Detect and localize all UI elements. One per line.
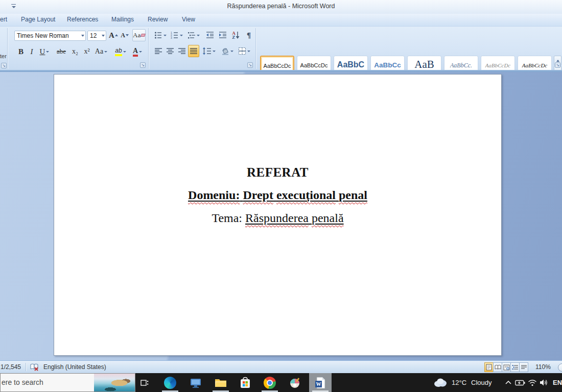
style-sample: AaBbCcDc xyxy=(261,63,293,69)
numbering-button[interactable]: 123 xyxy=(169,30,184,41)
decrease-indent-button[interactable] xyxy=(204,30,216,41)
bold-button[interactable]: B xyxy=(16,46,26,57)
multilevel-dropdown-icon[interactable] xyxy=(197,35,200,36)
font-name-value: Times New Roman xyxy=(17,32,69,39)
wifi-icon[interactable] xyxy=(528,379,537,386)
taskbar-edge-button[interactable] xyxy=(159,373,181,392)
document-page[interactable]: REFERAT Domeniu: Drept execuțional penal… xyxy=(54,74,502,356)
borders-button[interactable] xyxy=(237,45,252,57)
word-count[interactable]: 1/2,545 xyxy=(1,363,21,371)
zoom-out-button-partial[interactable] xyxy=(558,363,562,372)
font-color-dropdown-icon[interactable] xyxy=(139,51,142,53)
decrease-indent-icon xyxy=(206,31,214,39)
numbering-dropdown-icon[interactable] xyxy=(180,35,183,36)
taskbar-paint-button[interactable] xyxy=(284,373,307,392)
tab-references[interactable]: References xyxy=(67,16,98,26)
justify-icon xyxy=(190,47,198,55)
font-dialog-launcher-icon[interactable]: ↘ xyxy=(140,62,146,68)
clipboard-dialog-launcher-icon[interactable]: ↘ xyxy=(1,63,7,68)
search-highlight-image xyxy=(94,374,135,391)
task-view-button[interactable] xyxy=(133,373,156,392)
outline-view-button[interactable] xyxy=(510,362,520,372)
volume-icon[interactable] xyxy=(540,379,549,386)
underline-dropdown-icon[interactable] xyxy=(46,51,49,53)
fullscreen-reading-view-button[interactable] xyxy=(493,362,502,372)
clear-formatting-button[interactable]: Aa xyxy=(132,29,146,41)
shading-button[interactable] xyxy=(220,45,235,57)
draft-view-button[interactable] xyxy=(519,362,528,372)
paragraph-dialog-launcher-icon[interactable]: ↘ xyxy=(247,62,253,68)
tab-view[interactable]: View xyxy=(182,16,195,26)
doc-word: Răspunderea xyxy=(245,211,309,225)
taskbar-this-pc-button[interactable] xyxy=(184,373,207,392)
justify-button[interactable] xyxy=(188,45,199,57)
align-left-button[interactable] xyxy=(153,45,164,57)
taskbar-store-button[interactable] xyxy=(234,373,256,392)
align-center-button[interactable] xyxy=(165,45,176,57)
sort-button[interactable]: A Z xyxy=(229,30,242,41)
weather-condition[interactable]: Cloudy xyxy=(471,379,491,386)
tab-insert-partial[interactable]: ert xyxy=(0,16,7,26)
taskbar-file-explorer-button[interactable] xyxy=(209,373,232,392)
tab-review[interactable]: Review xyxy=(148,16,168,26)
font-size-combo[interactable]: 12 xyxy=(87,31,106,41)
tray-chevron-up-icon[interactable] xyxy=(505,380,512,385)
taskbar-search-box[interactable]: ere to search xyxy=(0,373,135,392)
font-name-combo[interactable]: Times New Roman xyxy=(14,31,86,41)
title-bar: Răspunderea penală - Microsoft Word xyxy=(0,0,562,14)
shading-dropdown-icon[interactable] xyxy=(230,51,233,52)
text-highlight-button[interactable]: ab xyxy=(112,46,129,57)
underline-button[interactable]: U xyxy=(38,46,51,57)
subscript-button[interactable]: x₂ xyxy=(69,46,81,57)
multilevel-list-button[interactable] xyxy=(185,30,201,41)
web-layout-view-button[interactable] xyxy=(502,362,511,372)
superscript-glyph: x² xyxy=(84,47,89,56)
draft-icon xyxy=(521,364,527,370)
grow-font-button[interactable]: A xyxy=(108,30,119,41)
battery-icon[interactable] xyxy=(515,380,525,386)
change-case-dropdown-icon[interactable] xyxy=(104,51,107,53)
styles-dialog-launcher-icon[interactable]: ↘ xyxy=(555,62,560,68)
font-size-dropdown-icon[interactable] xyxy=(102,35,105,37)
font-color-button[interactable]: A xyxy=(130,46,145,57)
style-sample: AaBbCcDc xyxy=(297,62,331,68)
increase-indent-button[interactable] xyxy=(217,30,228,41)
format-painter-label-partial[interactable]: ter xyxy=(0,53,7,59)
italic-button[interactable]: I xyxy=(28,46,36,57)
line-spacing-button[interactable] xyxy=(201,45,217,57)
line-spacing-icon xyxy=(202,47,212,55)
taskbar-word-button[interactable]: W xyxy=(309,373,332,392)
group-separator xyxy=(7,28,8,69)
doc-line-tema: Tema: Răspunderea penală xyxy=(54,211,501,225)
strikethrough-button[interactable]: abe xyxy=(54,46,68,57)
align-left-icon xyxy=(154,47,162,55)
bullets-dropdown-icon[interactable] xyxy=(163,35,167,36)
highlight-dropdown-icon[interactable] xyxy=(123,51,126,53)
borders-dropdown-icon[interactable] xyxy=(247,51,250,52)
taskbar: ere to search xyxy=(0,373,562,392)
doc-line-domeniu: Domeniu: Drept execuțional penal xyxy=(54,188,501,202)
show-hide-pilcrow-button[interactable]: ¶ xyxy=(244,30,254,41)
spellcheck-icon[interactable] xyxy=(30,363,39,371)
edge-icon xyxy=(164,377,176,389)
language-indicator[interactable]: English (United States) xyxy=(43,363,106,371)
weather-temperature[interactable]: 12°C xyxy=(452,379,466,386)
shrink-font-button[interactable]: A xyxy=(120,30,130,41)
strikethrough-glyph: abe xyxy=(57,47,66,56)
bullets-icon xyxy=(154,31,162,39)
line-spacing-dropdown-icon[interactable] xyxy=(213,51,216,52)
style-sample: AaBbCcDc xyxy=(481,62,514,68)
tab-page-layout[interactable]: Page Layout xyxy=(21,16,55,26)
weather-cloud-icon[interactable] xyxy=(433,377,448,387)
bullets-button[interactable] xyxy=(153,30,168,41)
tab-mailings[interactable]: Mailings xyxy=(111,16,134,26)
taskbar-chrome-button[interactable] xyxy=(259,373,281,392)
tray-language-indicator[interactable]: EN xyxy=(553,379,562,386)
align-right-button[interactable] xyxy=(176,45,188,57)
zoom-level[interactable]: 110% xyxy=(535,363,551,371)
doc-word: Drept xyxy=(243,188,273,202)
superscript-button[interactable]: x² xyxy=(81,46,92,57)
font-name-dropdown-icon[interactable] xyxy=(81,35,84,37)
print-layout-view-button[interactable] xyxy=(484,362,494,372)
change-case-button[interactable]: Aa xyxy=(93,46,109,57)
